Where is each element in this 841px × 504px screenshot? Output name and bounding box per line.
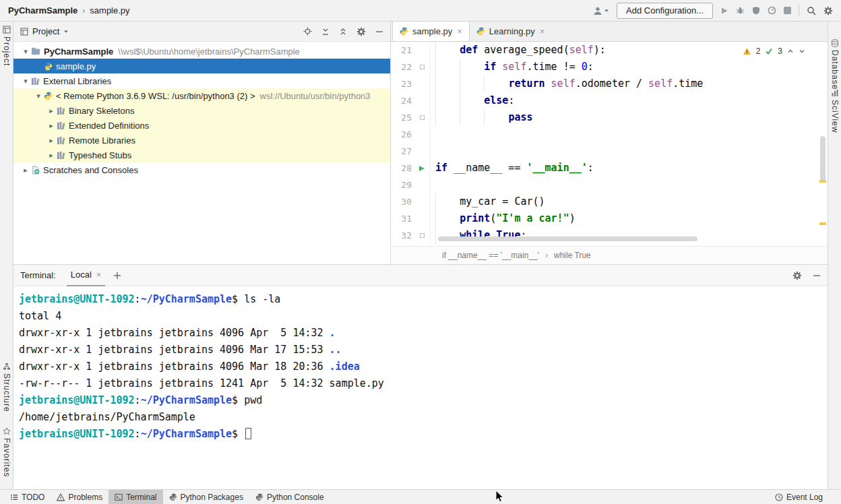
terminal-token: drwxr-xr-x 1 jetbrains jetbrains 4096 Ma… (19, 344, 330, 356)
editor-tab-sample-py[interactable]: sample.py× (392, 22, 470, 41)
run-line-icon[interactable] (414, 165, 430, 172)
code-line[interactable]: 22 if self.time != 0: (391, 59, 828, 75)
close-icon[interactable]: × (457, 26, 462, 36)
line-number: 26 (391, 129, 414, 139)
code-line[interactable]: 24 else: (391, 92, 828, 109)
tree-item-remote-python-3-6-9-wsl-usr-bin-python3-2[interactable]: ▾< Remote Python 3.6.9 WSL: /usr/bin/pyt… (13, 88, 390, 103)
tree-chevron-icon[interactable]: ▾ (20, 77, 31, 86)
tree-chevron-icon[interactable]: ▸ (46, 106, 57, 115)
statusbar-item-todo[interactable]: TODO (4, 490, 51, 504)
code-text: if self.time != 0: (430, 59, 828, 75)
statusbar-item-python-packages[interactable]: Python Packages (163, 490, 249, 504)
hide-panel-button[interactable] (375, 28, 383, 36)
tree-item-typeshed-stubs[interactable]: ▸Typeshed Stubs (13, 148, 390, 162)
code-line[interactable]: 30 my_car = Car() (391, 193, 828, 210)
fold-icon[interactable] (420, 65, 425, 69)
tool-stripe-sciview[interactable]: SciView (828, 89, 841, 133)
statusbar-right: Event Log (769, 490, 829, 504)
code-line[interactable]: 28if __name__ == '__main__': (391, 160, 828, 177)
terminal-line: drwxr-xr-x 1 jetbrains jetbrains 4096 Ma… (19, 342, 828, 358)
tool-stripe-project[interactable]: Project (0, 26, 13, 66)
terminal-settings-button[interactable] (792, 271, 802, 280)
vertical-scrollbar[interactable] (820, 136, 826, 181)
tree-item-remote-libraries[interactable]: ▸Remote Libraries (13, 133, 390, 148)
tree-chevron-icon[interactable]: ▾ (20, 47, 31, 56)
fold-icon[interactable] (420, 115, 425, 120)
line-number: 31 (391, 214, 414, 224)
next-issue-icon[interactable] (799, 48, 805, 55)
indent-guide (435, 210, 436, 227)
horizontal-scrollbar[interactable] (438, 237, 697, 241)
collapse-all-button[interactable] (339, 28, 347, 36)
code-token: print (460, 212, 490, 224)
close-icon[interactable]: × (96, 270, 102, 280)
tree-item-sample-py[interactable]: sample.py (13, 59, 390, 73)
code-line[interactable]: 25 pass (391, 109, 828, 126)
tree-item-pycharmsample[interactable]: ▾PyCharmSample\\wsl$\Ubuntu\home\jetbrai… (13, 44, 390, 59)
breadcrumb-item[interactable]: if __name__ == '__main__' (442, 251, 539, 260)
warning-stripe-mark[interactable] (819, 180, 826, 183)
statusbar-item-python-console[interactable]: Python Console (249, 490, 330, 504)
code-line[interactable]: 26 (391, 126, 828, 143)
breadcrumb-item[interactable]: while True (554, 251, 591, 260)
tool-stripe-structure[interactable]: Structure (0, 363, 13, 412)
tree-item-scratches-and-consoles[interactable]: ▸Scratches and Consoles (13, 162, 390, 177)
statusbar-item-terminal[interactable]: Terminal (108, 490, 162, 504)
stop-button[interactable] (784, 7, 791, 14)
editor-tab-learning-py[interactable]: Learning.py× (470, 22, 552, 41)
code-token: pass (508, 111, 532, 123)
project-title[interactable]: Project (32, 26, 59, 36)
settings-icon[interactable] (823, 6, 833, 15)
terminal-token: total 4 (19, 310, 61, 322)
code-editor[interactable]: 21 def average_speed(self):22 if self.ti… (391, 42, 828, 246)
indent-guide (435, 109, 436, 126)
code-line[interactable]: 27 (391, 143, 828, 160)
prev-issue-icon[interactable] (787, 48, 794, 55)
tree-label: Binary Skeletons (69, 106, 135, 116)
terminal-tab-local[interactable]: Local × (67, 265, 106, 286)
terminal-cursor[interactable] (245, 428, 251, 439)
tree-chevron-icon[interactable]: ▸ (46, 151, 57, 160)
code-token: 0 (582, 61, 588, 73)
breadcrumb-item[interactable]: sample.py (90, 5, 129, 15)
statusbar-item-problems[interactable]: Problems (51, 490, 108, 504)
code-line[interactable]: 32 while True: (391, 227, 828, 244)
tree-chevron-icon[interactable]: ▸ (20, 166, 31, 175)
debug-button[interactable] (736, 6, 745, 15)
breadcrumb-item[interactable]: PyCharmSample (8, 5, 77, 15)
locate-file-button[interactable] (303, 27, 312, 36)
tree-chevron-icon[interactable]: ▸ (46, 136, 57, 145)
terminal-line: drwxr-xr-x 1 jetbrains jetbrains 4096 Ap… (19, 325, 828, 342)
code-line[interactable]: 23 return self.odometer / self.time (391, 75, 828, 92)
terminal-output[interactable]: jetbrains@UNIT-1092:~/PyCharmSample$ ls … (13, 286, 828, 489)
scroll-from-source-button[interactable] (321, 28, 330, 36)
run-button[interactable] (720, 7, 728, 15)
tree-item-external-libraries[interactable]: ▾External Libraries (13, 73, 390, 88)
code-line[interactable]: 31 print("I'm a car!") (391, 210, 828, 227)
pycharm-window: PyCharmSample›sample.py Add Configuratio… (0, 0, 841, 504)
tree-chevron-icon[interactable]: ▾ (33, 92, 44, 100)
fold-icon[interactable] (420, 233, 425, 238)
hide-terminal-button[interactable] (813, 272, 821, 280)
project-settings-button[interactable] (356, 27, 366, 36)
tree-item-extended-definitions[interactable]: ▸Extended Definitions (13, 118, 390, 133)
tree-item-binary-skeletons[interactable]: ▸Binary Skeletons (13, 103, 390, 118)
close-icon[interactable]: × (540, 26, 545, 36)
coverage-button[interactable] (752, 6, 760, 15)
code-line[interactable]: 29 (391, 177, 828, 193)
add-configuration-button[interactable]: Add Configuration... (617, 3, 713, 19)
indent-guide (435, 227, 436, 244)
tool-stripe-favorites[interactable]: Favorites (0, 427, 13, 477)
statusbar-item-event-log[interactable]: Event Log (769, 490, 829, 504)
tree-chevron-icon[interactable]: ▸ (46, 121, 57, 130)
terminal-line: total 4 (19, 308, 828, 325)
new-terminal-session-button[interactable] (113, 272, 121, 280)
warning-stripe-mark[interactable] (819, 222, 826, 225)
check-icon (765, 47, 773, 55)
profiler-button[interactable] (768, 6, 776, 15)
search-icon[interactable] (807, 6, 816, 15)
tool-stripe-database[interactable]: Database (828, 39, 841, 90)
user-dropdown[interactable] (593, 6, 609, 15)
statusbar-item-label: Problems (68, 493, 102, 502)
chevron-down-icon[interactable] (63, 29, 69, 34)
